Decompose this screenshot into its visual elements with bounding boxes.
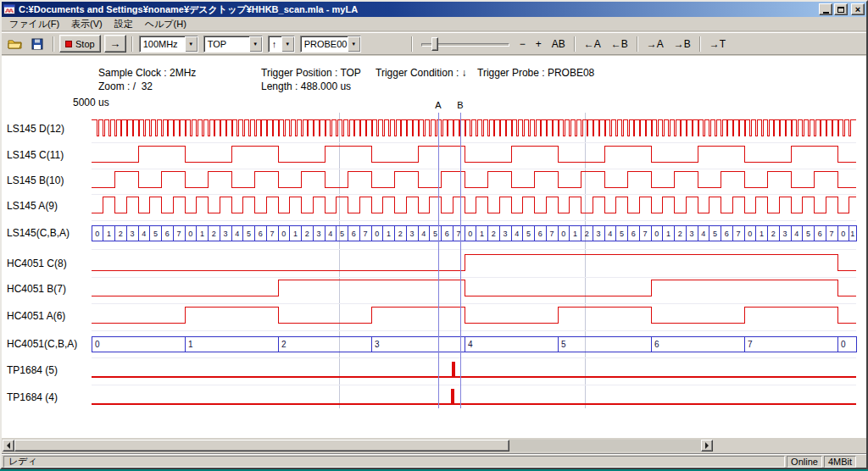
zoom-in-button[interactable]: +	[531, 36, 546, 52]
length-info: Length : 488.000 us	[261, 80, 351, 92]
toolbar-separator	[411, 36, 413, 52]
toolbar-separator	[637, 36, 638, 52]
scroll-left-button[interactable]	[3, 440, 14, 452]
toolbar-separator	[699, 36, 701, 52]
title-bar[interactable]: C:¥Documents and Settings¥noname¥デスクトップ¥…	[2, 2, 866, 17]
open-folder-icon	[8, 38, 23, 50]
open-file-button[interactable]	[5, 36, 25, 53]
goto-a-left-button[interactable]: ←A	[580, 36, 605, 52]
scrollbar-thumb[interactable]	[14, 440, 509, 452]
chevron-down-icon[interactable]: ▼	[185, 36, 198, 52]
zoom-info: Zoom : / 32	[98, 80, 153, 92]
floppy-icon	[31, 38, 43, 50]
trigger-edge-value: ↑	[269, 36, 281, 52]
close-button[interactable]: ×	[851, 3, 865, 15]
trigger-edge-select[interactable]: ↑ ▼	[268, 36, 295, 53]
goto-trigger-button[interactable]: →T	[705, 36, 730, 52]
toolbar-separator	[131, 36, 133, 52]
trigger-probe-info: Trigger Probe : PROBE08	[477, 67, 594, 79]
stop-button[interactable]: Stop	[59, 35, 101, 53]
goto-a-right-button[interactable]: →A	[643, 36, 668, 52]
maximize-icon	[837, 7, 844, 13]
waveform-panel: Sample Clock : 2MHz Trigger Position : T…	[2, 56, 866, 438]
trigger-position-value: TOP	[204, 36, 249, 52]
menu-view[interactable]: 表示(V)	[65, 16, 108, 32]
trigger-position-select[interactable]: TOP ▼	[203, 36, 263, 53]
zoom-out-button[interactable]: −	[515, 36, 530, 52]
sample-clock-value: 100MHz	[140, 36, 185, 52]
stop-label: Stop	[75, 39, 95, 49]
zoom-slider[interactable]	[421, 36, 509, 53]
close-icon: ×	[855, 5, 860, 14]
toolbar: Stop → 100MHz ▼ TOP ▼ ↑ ▼ PROBE00 ▼ − + …	[2, 32, 866, 55]
menu-bar: ファイル(F) 表示(V) 設定 ヘルプ(H)	[2, 17, 866, 31]
maximize-button[interactable]	[834, 3, 848, 15]
horizontal-scrollbar[interactable]	[3, 440, 713, 452]
timebase-label: 5000 us	[73, 97, 109, 108]
status-message: レディ	[3, 456, 785, 468]
app-icon	[3, 3, 16, 15]
run-button[interactable]: →	[104, 35, 126, 53]
minimize-icon	[823, 12, 829, 14]
ab-marker-button[interactable]: AB	[548, 36, 570, 52]
status-memory: 4MBit	[824, 456, 856, 468]
window-title: C:¥Documents and Settings¥noname¥デスクトップ¥…	[19, 3, 817, 16]
save-button[interactable]	[27, 36, 47, 53]
status-online: Online	[787, 456, 822, 468]
app-window: C:¥Documents and Settings¥noname¥デスクトップ¥…	[0, 0, 868, 469]
scroll-right-button[interactable]	[701, 440, 713, 452]
slider-thumb[interactable]	[431, 37, 438, 51]
scroll-right-icon	[705, 442, 709, 449]
chevron-down-icon[interactable]: ▼	[281, 36, 294, 52]
stop-icon	[65, 41, 72, 47]
chevron-down-icon[interactable]: ▼	[348, 36, 360, 52]
sample-clock-info: Sample Clock : 2MHz	[98, 67, 196, 79]
trigger-position-info: Trigger Position : TOP	[261, 67, 361, 79]
trigger-probe-select[interactable]: PROBE00 ▼	[300, 36, 361, 53]
goto-b-right-button[interactable]: →B	[670, 36, 695, 52]
chevron-down-icon[interactable]: ▼	[249, 36, 262, 52]
trigger-probe-value: PROBE00	[301, 36, 348, 52]
menu-help[interactable]: ヘルプ(H)	[139, 16, 192, 32]
toolbar-separator	[53, 36, 54, 52]
scroll-left-icon	[7, 442, 10, 449]
menu-file[interactable]: ファイル(F)	[3, 16, 65, 32]
status-bar: レディ Online 4MBit	[2, 453, 866, 468]
menu-settings[interactable]: 設定	[108, 16, 139, 32]
scrollbar-area	[2, 438, 866, 453]
goto-b-left-button[interactable]: ←B	[607, 36, 632, 52]
minimize-button[interactable]	[819, 3, 832, 15]
toolbar-separator	[574, 36, 576, 52]
trigger-condition-info: Trigger Condition : ↓	[376, 67, 467, 79]
sample-clock-select[interactable]: 100MHz ▼	[139, 36, 198, 53]
